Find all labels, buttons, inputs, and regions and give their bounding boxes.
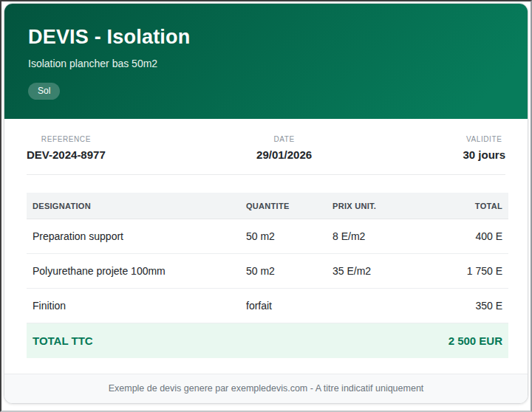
meta-divider <box>27 174 505 175</box>
total-label: TOTAL TTC <box>27 323 437 359</box>
meta-row: REFERENCE DEV-2024-8977 DATE 29/01/2026 … <box>4 119 528 174</box>
cell-designation: Preparation support <box>27 219 240 254</box>
category-badge: Sol <box>28 83 60 100</box>
card-footer: Exemple de devis genere par exempledevis… <box>4 374 528 403</box>
cell-prix-unit: 8 E/m2 <box>327 219 437 254</box>
items-table: DESIGNATION QUANTITE PRIX UNIT. TOTAL Pr… <box>27 193 508 358</box>
page-title: DEVIS - Isolation <box>28 24 504 49</box>
col-total: TOTAL <box>437 193 508 219</box>
total-row: TOTAL TTC 2 500 EUR <box>27 323 508 359</box>
devis-card: DEVIS - Isolation Isolation plancher bas… <box>4 3 528 404</box>
meta-validity-value: 30 jours <box>463 148 505 162</box>
meta-date-label: DATE <box>256 135 312 144</box>
meta-reference-label: REFERENCE <box>27 135 106 144</box>
table-row: Preparation support 50 m2 8 E/m2 400 E <box>27 219 508 254</box>
cell-total: 400 E <box>437 219 508 254</box>
table-row: Finition forfait 350 E <box>27 289 508 323</box>
subtitle: Isolation plancher bas 50m2 <box>28 56 504 71</box>
cell-total: 350 E <box>437 289 508 323</box>
total-value: 2 500 EUR <box>437 323 508 359</box>
col-prix-unit: PRIX UNIT. <box>327 193 437 219</box>
footer-disclaimer: Exemple de devis genere par exempledevis… <box>109 383 424 394</box>
meta-reference: REFERENCE DEV-2024-8977 <box>27 135 106 162</box>
table-header-row: DESIGNATION QUANTITE PRIX UNIT. TOTAL <box>27 193 508 219</box>
meta-date-value: 29/01/2026 <box>256 148 312 162</box>
table-row: Polyurethane projete 100mm 50 m2 35 E/m2… <box>27 254 508 289</box>
col-quantite: QUANTITE <box>240 193 327 219</box>
cell-total: 1 750 E <box>437 254 508 289</box>
meta-reference-value: DEV-2024-8977 <box>27 148 106 162</box>
cell-designation: Polyurethane projete 100mm <box>27 254 240 289</box>
cell-prix-unit <box>327 289 437 323</box>
card-header: DEVIS - Isolation Isolation plancher bas… <box>4 4 528 119</box>
meta-date: DATE 29/01/2026 <box>256 135 312 162</box>
cell-quantite: 50 m2 <box>240 254 327 289</box>
cell-quantite: forfait <box>240 289 327 323</box>
meta-validity-label: VALIDITE <box>463 135 505 144</box>
col-designation: DESIGNATION <box>27 193 240 219</box>
cell-prix-unit: 35 E/m2 <box>327 254 437 289</box>
cell-quantite: 50 m2 <box>240 219 327 254</box>
cell-designation: Finition <box>27 289 240 323</box>
meta-validity: VALIDITE 30 jours <box>463 135 505 162</box>
